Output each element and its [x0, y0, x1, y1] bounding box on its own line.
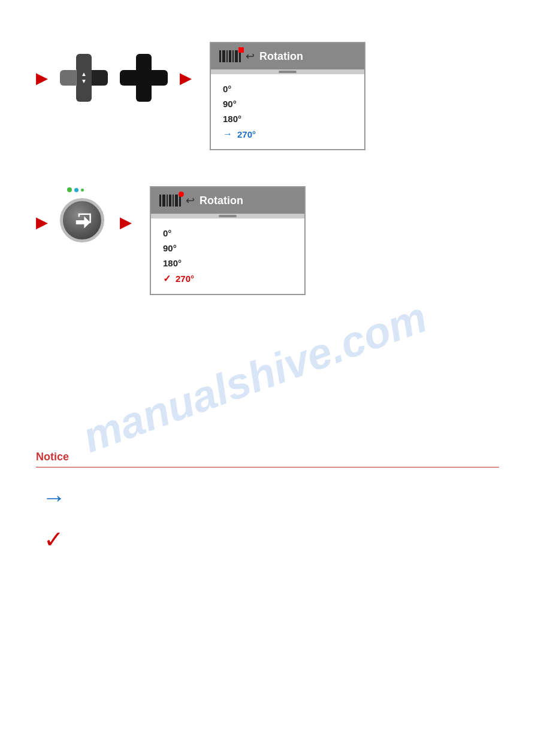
- rotation-item-0deg-1[interactable]: 0°: [223, 81, 352, 96]
- notice-heading: Notice: [36, 451, 499, 467]
- dot-green: [67, 187, 72, 192]
- rotation-title-2: Rotation: [200, 195, 243, 207]
- rotation-value: 180°: [163, 258, 182, 268]
- barcode-icon-1: [219, 49, 241, 63]
- rotation-value: 270°: [237, 129, 256, 139]
- red-dot-2: [179, 192, 184, 197]
- rotation-item-270deg-1[interactable]: → 270°: [223, 126, 352, 142]
- rotation-value: 270°: [176, 274, 194, 284]
- enter-btn-area: ▶ ▶: [36, 198, 132, 246]
- rotation-header-2: ↩ Rotation: [151, 187, 304, 214]
- rotation-item-180deg-1[interactable]: 180°: [223, 111, 352, 126]
- right-arrow-icon: ▶: [180, 69, 192, 87]
- dpad2-vertical: [136, 54, 152, 102]
- arrow-indicator-icon: →: [223, 129, 232, 139]
- red-check-notice-icon: ✓: [36, 527, 72, 551]
- notice-section: Notice → ✓: [0, 427, 535, 569]
- rotation-value: 0°: [223, 84, 231, 94]
- rotation-value: 180°: [223, 114, 241, 124]
- rotation-value: 0°: [163, 228, 171, 238]
- barcode-icon-2: [159, 193, 181, 208]
- rotate-arrow-icon-1: ↩: [246, 50, 255, 63]
- rotation-item-90deg-2[interactable]: 90°: [163, 241, 292, 256]
- top-section: ▶ ▲ ▼ ▶: [0, 0, 535, 162]
- rotation-value: 90°: [163, 243, 177, 253]
- dpad-1[interactable]: ▲ ▼: [60, 54, 108, 102]
- rotation-header-1: ↩ Rotation: [211, 43, 364, 69]
- notice-item-arrow: →: [36, 485, 499, 509]
- red-dot-1: [238, 47, 244, 53]
- rotation-item-180deg-2[interactable]: 180°: [163, 256, 292, 271]
- left-arrow-icon: ▶: [36, 69, 48, 87]
- dpad-up-arrow: ▲: [81, 71, 87, 77]
- enter-button[interactable]: [60, 198, 104, 242]
- rotation-item-270deg-2[interactable]: ✓ 270°: [163, 271, 292, 287]
- right-arrow-icon-mid: ▶: [120, 213, 132, 232]
- dpad-2[interactable]: [120, 54, 168, 102]
- rotation-value: 90°: [223, 99, 237, 109]
- left-arrow-icon-mid: ▶: [36, 213, 48, 232]
- scroll-indicator-2: [151, 214, 304, 218]
- check-indicator-icon: ✓: [163, 273, 171, 284]
- blue-arrow-notice-icon: →: [36, 485, 72, 509]
- rotate-arrow-icon-2: ↩: [186, 194, 195, 207]
- rotation-body-1: 0° 90° 180° → 270°: [211, 74, 364, 149]
- rotation-body-2: 0° 90° 180° ✓ 270°: [151, 218, 304, 294]
- notice-item-check: ✓: [36, 527, 499, 551]
- middle-section: ▶ ▶: [0, 162, 535, 307]
- dots-above: [67, 187, 84, 192]
- notice-items: → ✓: [36, 485, 499, 551]
- dpad-down-arrow: ▼: [81, 78, 87, 84]
- dpad-arrows: ▲ ▼: [81, 71, 87, 84]
- enter-icon: [72, 210, 92, 230]
- rotation-item-90deg-1[interactable]: 90°: [223, 96, 352, 111]
- rotation-menu-1: ↩ Rotation 0° 90° 180° → 270°: [210, 42, 365, 150]
- rotation-menu-2: ↩ Rotation 0° 90° 180° ✓ 270°: [150, 186, 306, 295]
- dot-teal: [74, 188, 78, 192]
- rotation-title-1: Rotation: [259, 50, 303, 63]
- rotation-item-0deg-2[interactable]: 0°: [163, 226, 292, 241]
- enter-button-wrapper: [60, 198, 108, 246]
- dot-small: [81, 189, 84, 192]
- scroll-indicator-1: [211, 69, 364, 74]
- dpad-area-top: ▶ ▲ ▼ ▶: [36, 54, 192, 102]
